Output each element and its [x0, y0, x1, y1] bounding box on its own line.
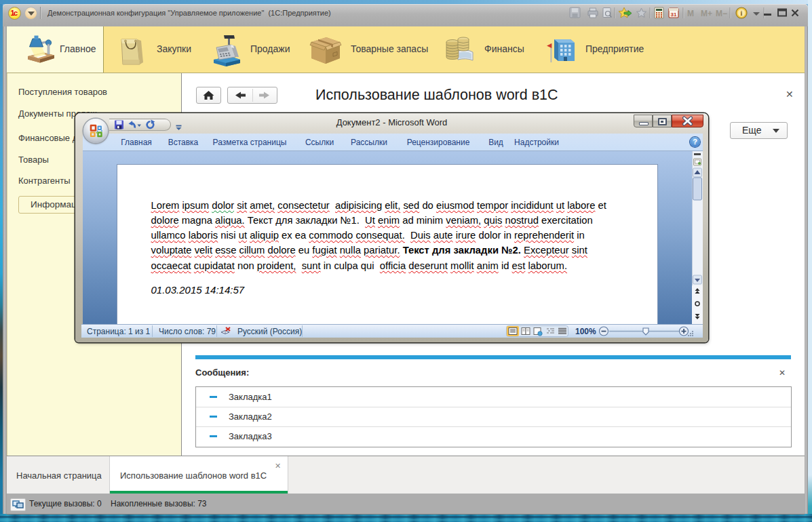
svg-text:i: i — [741, 9, 743, 17]
svg-text:31: 31 — [671, 12, 677, 18]
svg-text:M: M — [687, 9, 694, 18]
svg-text:M+: M+ — [701, 9, 712, 18]
svg-text:M−: M− — [716, 9, 727, 18]
